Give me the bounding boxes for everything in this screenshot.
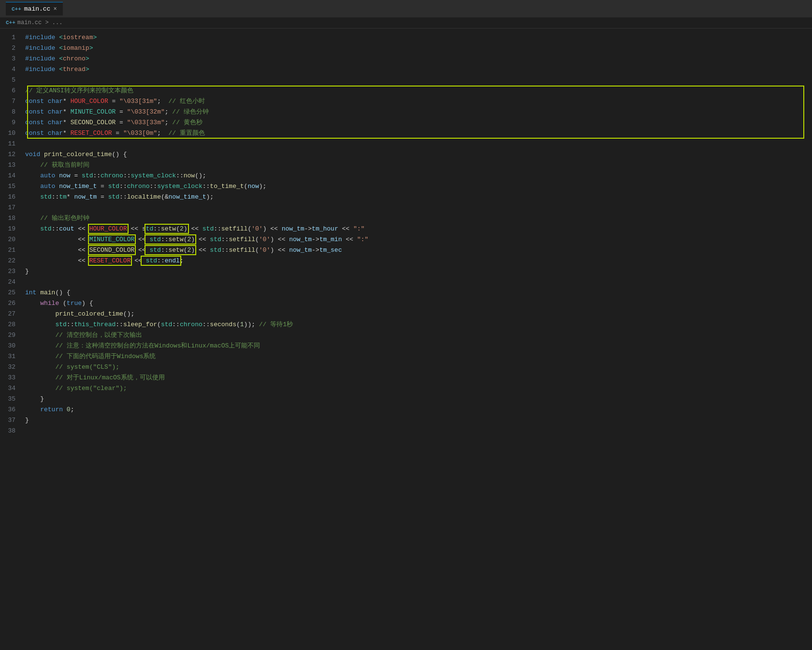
line-number: 27 (0, 309, 23, 319)
line-content: const char* SECOND_COLOR = "\033[33m"; /… (23, 117, 812, 128)
line-content: #include <iostream> (23, 32, 812, 43)
highlight-group-6-10: 6 // 定义ANSI转义序列来控制文本颜色 7 const char* HOU… (0, 86, 812, 139)
line-number: 26 (0, 298, 23, 309)
editor-tab[interactable]: C++ main.cc × (6, 2, 63, 15)
line-number: 14 (0, 171, 23, 181)
line-number: 13 (0, 160, 23, 171)
line-content: // system("CLS"); (23, 362, 812, 373)
line-number: 38 (0, 426, 23, 436)
line-content: while (true) { (23, 298, 812, 309)
line-content: // 清空控制台，以便下次输出 (23, 330, 812, 341)
tab-label: main.cc (24, 5, 51, 13)
line-content: << MINUTE_COLOR << std::setw(2) << std::… (23, 234, 812, 245)
line-content: // system("clear"); (23, 383, 812, 394)
line-content (23, 139, 812, 149)
table-row: 11 (0, 139, 812, 149)
table-row: 1 #include <iostream> (0, 32, 812, 43)
line-content: std::this_thread::sleep_for(std::chrono:… (23, 319, 812, 330)
cpp-icon: C++ (12, 6, 21, 12)
line-content (23, 277, 812, 288)
line-content: // 对于Linux/macOS系统，可以使用 (23, 373, 812, 383)
line-number: 24 (0, 277, 23, 288)
line-number: 34 (0, 383, 23, 394)
table-row: 19 std::cout << HOUR_COLOR << std::setw(… (0, 224, 812, 234)
table-row: 35 } (0, 394, 812, 404)
line-content: // 下面的代码适用于Windows系统 (23, 351, 812, 362)
table-row: 2 #include <iomanip> (0, 43, 812, 54)
line-content: // 定义ANSI转义序列来控制文本颜色 (23, 86, 812, 96)
table-row: 34 // system("clear"); (0, 383, 812, 394)
line-number: 8 (0, 107, 23, 117)
table-row: 23 } (0, 266, 812, 277)
table-row: 6 // 定义ANSI转义序列来控制文本颜色 (0, 86, 812, 96)
line-number: 10 (0, 128, 23, 139)
table-row: 5 (0, 75, 812, 86)
line-content (23, 75, 812, 86)
line-content: const char* RESET_COLOR = "\033[0m"; // … (23, 128, 812, 139)
table-row: 36 return 0; (0, 404, 812, 415)
table-row: 28 std::this_thread::sleep_for(std::chro… (0, 319, 812, 330)
line-number: 21 (0, 245, 23, 256)
line-number: 12 (0, 149, 23, 160)
breadcrumb: C++ main.cc > ... (0, 17, 812, 29)
line-number: 36 (0, 404, 23, 415)
line-content: const char* HOUR_COLOR = "\033[31m"; // … (23, 96, 812, 107)
table-row: 15 auto now_time_t = std::chrono::system… (0, 181, 812, 192)
line-content: std::tm* now_tm = std::localtime(&now_ti… (23, 192, 812, 202)
line-content: // 注意：这种清空控制台的方法在Windows和Linux/macOS上可能不… (23, 341, 812, 351)
line-content: // 获取当前时间 (23, 160, 812, 171)
line-number: 17 (0, 202, 23, 213)
table-row: 20 << MINUTE_COLOR << std::setw(2) << st… (0, 234, 812, 245)
code-editor[interactable]: 1 #include <iostream> 2 #include <iomani… (0, 29, 812, 440)
line-content: auto now = std::chrono::system_clock::no… (23, 171, 812, 181)
line-content: #include <iomanip> (23, 43, 812, 54)
table-row: 9 const char* SECOND_COLOR = "\033[33m";… (0, 117, 812, 128)
table-row: 18 // 输出彩色时钟 (0, 213, 812, 224)
line-number: 1 (0, 32, 23, 43)
line-number: 37 (0, 415, 23, 426)
table-row: 25 int main() { (0, 288, 812, 298)
line-number: 6 (0, 86, 23, 96)
table-row: 29 // 清空控制台，以便下次输出 (0, 330, 812, 341)
line-content: auto now_time_t = std::chrono::system_cl… (23, 181, 812, 192)
line-number: 16 (0, 192, 23, 202)
table-row: 3 #include <chrono> (0, 54, 812, 64)
table-row: 17 (0, 202, 812, 213)
table-row: 12 void print_colored_time() { (0, 149, 812, 160)
line-content: return 0; (23, 404, 812, 415)
table-row: 10 const char* RESET_COLOR = "\033[0m"; … (0, 128, 812, 139)
table-row: 8 const char* MINUTE_COLOR = "\033[32m";… (0, 107, 812, 117)
table-row: 37 } (0, 415, 812, 426)
table-row: 4 #include <thread> (0, 64, 812, 75)
table-row: 30 // 注意：这种清空控制台的方法在Windows和Linux/macOS上… (0, 341, 812, 351)
line-content: << SECOND_COLOR << std::setw(2) << std::… (23, 245, 812, 256)
line-number: 11 (0, 139, 23, 149)
table-row: 21 << SECOND_COLOR << std::setw(2) << st… (0, 245, 812, 256)
line-number: 22 (0, 256, 23, 266)
line-number: 33 (0, 373, 23, 383)
line-number: 29 (0, 330, 23, 341)
line-number: 7 (0, 96, 23, 107)
line-content: #include <thread> (23, 64, 812, 75)
line-content: const char* MINUTE_COLOR = "\033[32m"; /… (23, 107, 812, 117)
table-row: 7 const char* HOUR_COLOR = "\033[31m"; /… (0, 96, 812, 107)
table-row: 31 // 下面的代码适用于Windows系统 (0, 351, 812, 362)
breadcrumb-cpp-icon: C++ (6, 20, 15, 26)
line-number: 2 (0, 43, 23, 54)
breadcrumb-path: main.cc > ... (17, 19, 63, 26)
tab-close-button[interactable]: × (53, 6, 57, 13)
line-number: 15 (0, 181, 23, 192)
line-number: 25 (0, 288, 23, 298)
line-number: 4 (0, 64, 23, 75)
line-content (23, 202, 812, 213)
title-bar: C++ main.cc × (0, 0, 812, 17)
line-number: 30 (0, 341, 23, 351)
table-row: 22 << RESET_COLOR << std::endl; (0, 256, 812, 266)
table-row: 33 // 对于Linux/macOS系统，可以使用 (0, 373, 812, 383)
line-number: 3 (0, 54, 23, 64)
table-row: 26 while (true) { (0, 298, 812, 309)
table-row: 32 // system("CLS"); (0, 362, 812, 373)
line-number: 32 (0, 362, 23, 373)
line-number: 28 (0, 319, 23, 330)
line-content: int main() { (23, 288, 812, 298)
